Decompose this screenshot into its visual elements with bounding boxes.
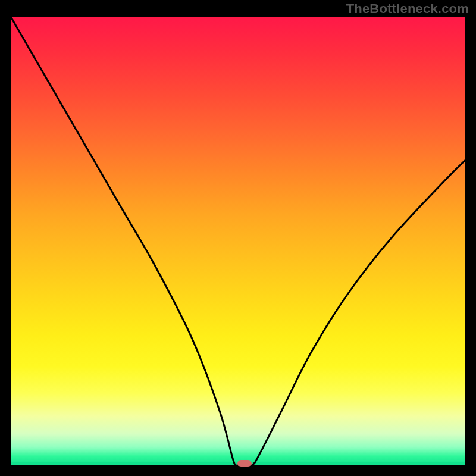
- optimum-marker: [237, 460, 252, 467]
- curve-svg: [11, 17, 465, 465]
- chart-frame: TheBottleneck.com: [0, 0, 476, 476]
- watermark-text: TheBottleneck.com: [346, 1, 469, 17]
- bottleneck-curve: [11, 17, 465, 465]
